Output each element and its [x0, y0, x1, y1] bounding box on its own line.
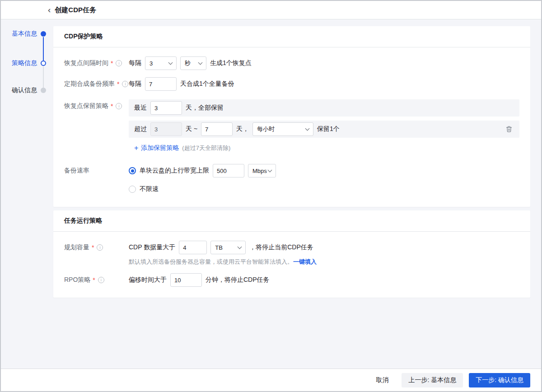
range-sep-text: 天 ~ [186, 125, 197, 133]
step-label: 确认信息 [12, 86, 37, 94]
interval-suffix-text: 生成1个恢复点 [210, 59, 252, 67]
stepper-step-confirm-info[interactable]: 确认信息 [12, 86, 46, 94]
select-value: 每小时 [257, 125, 275, 133]
info-icon[interactable]: i [97, 244, 103, 251]
form-row-rpo: RPO策略* i 偏移时间大于 分钟，将停止CDP任务 [64, 273, 519, 287]
range-suffix-text: 保留1个 [317, 125, 340, 133]
label-text: 备份速率 [64, 167, 89, 175]
retention-recent-rule: 最近 天，全部保留 [129, 99, 519, 117]
interval-content: 每隔 3 秒 生成1个恢复点 [129, 56, 519, 70]
bandwidth-unit-select[interactable]: Mbps [248, 164, 276, 177]
range-prefix-text: 超过 [134, 125, 147, 133]
range-sep2-text: 天， [236, 125, 249, 133]
stepper-line-done [43, 37, 44, 61]
capacity-label: 规划容量* i [64, 241, 129, 254]
radio-unselected-icon [129, 186, 136, 193]
select-value: 3 [150, 60, 153, 67]
capacity-unit-select[interactable]: TB [210, 241, 246, 254]
card-title-protection: CDP保护策略 [53, 26, 530, 47]
back-button[interactable]: ‹ 创建CDP任务 [48, 6, 96, 14]
capacity-value-input[interactable] [179, 241, 207, 254]
label-text: 恢复点保留策略 [64, 102, 108, 110]
bandwidth-limit-input[interactable] [213, 164, 244, 177]
chevron-down-icon [238, 244, 242, 249]
plus-icon: + [134, 145, 138, 152]
rate-unlimited-label: 不限速 [140, 185, 159, 193]
label-text: 恢复点间隔时间 [64, 59, 108, 67]
synthesis-suffix-text: 天合成1个全量备份 [180, 80, 234, 88]
synthesis-content: 每隔 天合成1个全量备份 [129, 77, 519, 91]
info-icon[interactable]: i [98, 277, 104, 283]
prev-step-button[interactable]: 上一步: 基本信息 [402, 373, 463, 387]
next-step-button[interactable]: 下一步: 确认信息 [469, 373, 530, 387]
select-value: Mbps [252, 168, 267, 174]
running-card-body: 规划容量* i CDP 数据量大于 TB ，将停止 [53, 232, 530, 298]
card-title-running: 任务运行策略 [53, 210, 530, 232]
info-icon[interactable]: i [116, 103, 122, 109]
synthesis-label: 定期合成备份频率* i [64, 77, 129, 91]
page-header: ‹ 创建CDP任务 [1, 1, 541, 19]
add-retention-policy-link[interactable]: + 添加保留策略 [134, 144, 179, 152]
required-mark: * [93, 276, 95, 284]
info-icon[interactable]: i [116, 60, 122, 66]
form-row-retention: 恢复点保留策略* i 最近 天，全部保留 超过 [64, 99, 519, 152]
interval-value-select[interactable]: 3 [145, 56, 177, 70]
step-dot-current-icon [41, 61, 46, 66]
chevron-down-icon [198, 60, 203, 65]
one-click-fill-link[interactable]: 一键填入 [293, 258, 317, 265]
content-area: 基本信息 策略信息 确认信息 CDP保护策略 恢复点间隔时 [1, 19, 541, 369]
stepper-step-policy-info[interactable]: 策略信息 [12, 59, 46, 67]
label-text: RPO策略 [64, 276, 90, 284]
required-mark: * [111, 103, 113, 110]
wizard-footer: 取消 上一步: 基本信息 下一步: 确认信息 [1, 369, 541, 391]
retention-range-rule: 超过 天 ~ 天， 每小时 保留1个 [129, 121, 519, 138]
range-to-input[interactable] [201, 122, 233, 136]
recent-suffix-text: 天，全部保留 [186, 104, 224, 112]
rpo-content: 偏移时间大于 分钟，将停止CDP任务 [129, 273, 519, 287]
select-value: 秒 [185, 59, 191, 67]
required-mark: * [111, 60, 113, 67]
add-policy-note: (超过7天全部清除) [182, 144, 230, 152]
recent-days-input[interactable] [150, 101, 182, 115]
interval-unit-select[interactable]: 秒 [180, 56, 206, 70]
select-value: TB [215, 244, 223, 251]
step-label: 策略信息 [12, 59, 37, 67]
add-policy-row: + 添加保留策略 (超过7天全部清除) [129, 144, 519, 152]
cdp-protection-policy-card: CDP保护策略 恢复点间隔时间* i 每隔 3 [53, 26, 530, 207]
info-icon[interactable]: i [122, 81, 128, 87]
range-frequency-select[interactable]: 每小时 [252, 122, 313, 136]
delete-rule-button[interactable] [505, 125, 513, 133]
capacity-hint: 默认填入所选备份服务器总容量，或使用云平台智能算法填入。一键填入 [129, 258, 519, 266]
add-link-text: 添加保留策略 [141, 144, 179, 152]
rate-label: 备份速率 [64, 164, 129, 177]
synthesis-days-input[interactable] [145, 77, 177, 91]
form-row-rate: 备份速率 单块云盘的上行带宽上限 Mbps [64, 164, 519, 196]
recent-prefix-text: 最近 [134, 104, 147, 112]
rate-limited-label: 单块云盘的上行带宽上限 [140, 167, 209, 175]
interval-prefix-text: 每隔 [129, 59, 141, 67]
step-label: 基本信息 [12, 30, 37, 38]
rpo-label: RPO策略* i [64, 273, 129, 287]
capacity-hint-text: 默认填入所选备份服务器总容量，或使用云平台智能算法填入。 [129, 258, 293, 265]
form-row-capacity: 规划容量* i CDP 数据量大于 TB ，将停止 [64, 241, 519, 266]
rpo-minutes-input[interactable] [170, 273, 202, 287]
stepper-step-basic-info[interactable]: 基本信息 [12, 30, 46, 38]
back-chevron-icon: ‹ [48, 5, 51, 14]
capacity-content: CDP 数据量大于 TB ，将停止当前CDP任务 默认填入所选备份服务器总容量，… [129, 241, 519, 266]
form-row-interval: 恢复点间隔时间* i 每隔 3 秒 [64, 56, 519, 70]
rpo-prefix-text: 偏移时间大于 [129, 276, 167, 284]
rate-limited-option[interactable]: 单块云盘的上行带宽上限 Mbps [129, 164, 519, 177]
form-row-synthesis: 定期合成备份频率* i 每隔 天合成1个全量备份 [64, 77, 519, 91]
label-text: 规划容量 [64, 243, 89, 252]
rpo-suffix-text: 分钟，将停止CDP任务 [206, 276, 270, 284]
step-dot-pending-icon [41, 88, 46, 93]
label-text: 定期合成备份频率 [64, 80, 115, 88]
cancel-button[interactable]: 取消 [370, 373, 394, 387]
rate-unlimited-option[interactable]: 不限速 [129, 182, 519, 196]
page-title: 创建CDP任务 [55, 6, 96, 14]
chevron-down-icon [305, 126, 310, 131]
protection-card-body: 恢复点间隔时间* i 每隔 3 秒 [53, 47, 530, 207]
trash-icon [505, 126, 513, 133]
retention-label: 恢复点保留策略* i [64, 99, 129, 113]
task-running-policy-card: 任务运行策略 规划容量* i CDP 数据量大于 [53, 210, 530, 298]
